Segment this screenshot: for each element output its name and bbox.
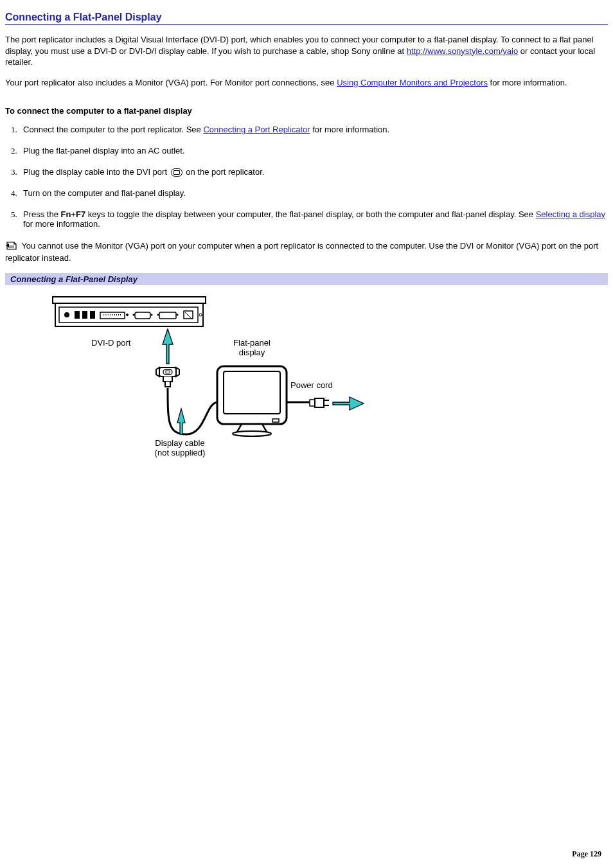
svg-rect-23 <box>163 369 172 375</box>
port-replicator-link[interactable]: Connecting a Port Replicator <box>203 125 310 134</box>
step-5-text-a: Press the <box>23 209 61 219</box>
svg-rect-31 <box>315 398 324 407</box>
label-dvi-port: DVI-D port <box>91 338 130 348</box>
intro-paragraph-2: Your port replicator also includes a Mon… <box>5 77 608 89</box>
svg-rect-27 <box>224 371 280 414</box>
label-display-cable: Display cable (not supplied) <box>141 438 218 458</box>
svg-rect-7 <box>82 311 87 319</box>
step-1: Connect the computer to the port replica… <box>19 125 608 134</box>
label-flat-panel: Flat-panel display <box>226 338 278 358</box>
step-3-text-a: Plug the display cable into the DVI port <box>23 167 170 177</box>
note-paragraph: You cannot use the Monitor (VGA) port on… <box>5 240 608 263</box>
svg-point-13 <box>133 314 135 315</box>
f7-key: F7 <box>76 209 85 219</box>
svg-rect-8 <box>90 311 95 319</box>
intro-paragraph-1: The port replicator includes a Digital V… <box>5 34 608 68</box>
step-5: Press the Fn+F7 keys to toggle the displ… <box>19 209 608 229</box>
step-2: Plug the flat-panel display into an AC o… <box>19 146 608 155</box>
note-icon <box>5 241 18 253</box>
svg-rect-30 <box>310 400 315 406</box>
fn-key: Fn <box>61 209 71 219</box>
dvi-port-icon <box>171 168 182 177</box>
svg-point-14 <box>151 314 153 315</box>
step-3-text-b: on the port replicator. <box>184 167 265 177</box>
page-title: Connecting a Flat-Panel Display <box>5 12 608 25</box>
step-3: Plug the display cable into the DVI port… <box>19 167 608 177</box>
plus-sign: + <box>71 209 76 219</box>
steps-list: Connect the computer to the port replica… <box>19 125 608 229</box>
step-5-text-b: keys to toggle the display between your … <box>85 209 536 219</box>
svg-marker-25 <box>177 409 185 434</box>
svg-point-17 <box>177 314 179 315</box>
svg-marker-21 <box>163 329 173 364</box>
figure-connecting-display: DVI-D port Flat-panel display Power cord… <box>41 293 375 475</box>
note-text: You cannot use the Monitor (VGA) port on… <box>5 241 598 263</box>
svg-rect-3 <box>53 297 206 303</box>
svg-rect-29 <box>272 419 279 422</box>
figure-caption: Connecting a Flat-Panel Display <box>5 273 608 285</box>
step-1-text-a: Connect the computer to the port replica… <box>23 125 203 134</box>
svg-point-11 <box>126 314 129 316</box>
svg-marker-34 <box>333 397 364 410</box>
step-1-text-b: for more information. <box>310 125 390 134</box>
section-heading: To connect the computer to a flat-panel … <box>5 106 608 116</box>
step-5-text-c: for more information. <box>23 219 100 229</box>
svg-point-16 <box>157 314 159 315</box>
label-power-cord: Power cord <box>290 380 333 391</box>
intro-text-2a: Your port replicator also includes a Mon… <box>5 78 337 87</box>
selecting-display-link[interactable]: Selecting a display <box>536 209 605 219</box>
intro-text-2b: for more information. <box>488 78 567 87</box>
svg-point-28 <box>233 431 271 436</box>
svg-point-5 <box>64 312 69 317</box>
svg-rect-6 <box>75 311 80 319</box>
monitors-projectors-link[interactable]: Using Computer Monitors and Projectors <box>337 78 488 87</box>
sonystyle-link[interactable]: http://www.sonystyle.com/vaio <box>407 46 518 56</box>
step-4: Turn on the computer and flat-panel disp… <box>19 188 608 198</box>
